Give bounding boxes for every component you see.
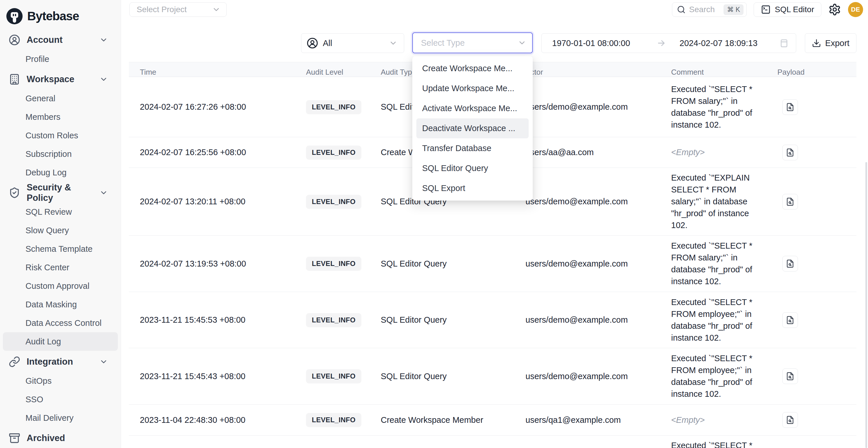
sidebar-item-debug-log[interactable]: Debug Log [0, 163, 121, 182]
level-badge: LEVEL_INFO [306, 100, 361, 114]
dropdown-option-deactivate-workspace[interactable]: Deactivate Workspace ... [416, 118, 529, 138]
sidebar-section-header-archived[interactable]: Archived [0, 428, 121, 448]
column-header-actor: Actor [526, 68, 671, 77]
payload-view-button[interactable] [782, 369, 798, 384]
sidebar-item-data-access-control[interactable]: Data Access Control [0, 314, 121, 332]
audit-time-cell: 2024-02-07 16:27:26 +08:00 [129, 102, 306, 112]
comment-text: Executed `"SELECT * FROM salary;"` in da… [671, 85, 752, 129]
sidebar-item-sql-review[interactable]: SQL Review [0, 202, 121, 221]
actor-filter-select[interactable]: All [301, 33, 404, 53]
sidebar-section-header-security-policy[interactable]: Security & Policy [0, 183, 121, 202]
user-circle-icon [307, 37, 318, 49]
audit-payload-cell [777, 194, 857, 210]
search-icon [677, 5, 686, 14]
audit-actor-cell: users/demo@example.com [526, 372, 671, 381]
sidebar-nav: AccountProfileWorkspaceGeneralMembersCus… [0, 30, 121, 448]
search-placeholder: Search [689, 5, 720, 14]
building-icon [9, 73, 20, 85]
sidebar-item-general[interactable]: General [0, 89, 121, 108]
sidebar-section-workspace: WorkspaceGeneralMembersCustom RolesSubsc… [0, 69, 121, 182]
table-row: 2023-11-04 22:48:30 +08:00LEVEL_INFOCrea… [129, 405, 857, 436]
sidebar-section-header-account[interactable]: Account [0, 30, 121, 50]
sidebar-section-archived: Archived [0, 428, 121, 448]
sidebar-item-data-masking[interactable]: Data Masking [0, 295, 121, 314]
date-range-picker[interactable]: 1970-01-01 08:00:00 2024-02-07 18:09:13 [541, 33, 796, 53]
type-filter-select[interactable]: Select Type [412, 32, 533, 53]
project-select[interactable]: Select Project [129, 2, 227, 17]
table-row: 2023-11-04 21:26:34 +08:00LEVEL_INFOSQL … [129, 436, 857, 448]
comment-text: Executed `"EXPLAIN SELECT * FROM salary;… [671, 173, 750, 230]
sql-editor-button[interactable]: SQL Editor [754, 2, 822, 17]
dropdown-option-activate-workspace-me[interactable]: Activate Workspace Me... [412, 98, 533, 118]
settings-gear-icon[interactable] [828, 3, 841, 16]
sidebar-section-label: Workspace [27, 74, 93, 85]
scrollbar-thumb[interactable] [865, 162, 867, 448]
sidebar-item-subscription[interactable]: Subscription [0, 145, 121, 163]
search-input[interactable]: Search ⌘ K [672, 2, 747, 17]
comment-text: Executed `"SELECT * FROM department;"` i… [671, 441, 752, 448]
sidebar-item-risk-center[interactable]: Risk Center [0, 258, 121, 277]
date-to-value[interactable]: 2024-02-07 18:09:13 [680, 38, 779, 48]
dropdown-option-sql-editor-query[interactable]: SQL Editor Query [412, 158, 533, 178]
brand-logo[interactable]: Bytebase [0, 0, 121, 29]
sidebar-section-header-workspace[interactable]: Workspace [0, 69, 121, 89]
audit-type-cell: Create Workspace Member [381, 415, 526, 425]
level-badge: LEVEL_INFO [306, 313, 361, 327]
dropdown-option-create-workspace-me[interactable]: Create Workspace Me... [412, 59, 533, 78]
audit-level-cell: LEVEL_INFO [306, 146, 381, 159]
sidebar-item-mail-delivery[interactable]: Mail Delivery [0, 409, 121, 427]
sql-editor-label: SQL Editor [775, 5, 814, 14]
audit-time-cell: 2023-11-21 15:45:53 +08:00 [129, 315, 306, 325]
dropdown-option-transfer-database[interactable]: Transfer Database [412, 138, 533, 158]
export-label: Export [825, 38, 849, 48]
empty-comment: <Empty> [671, 148, 705, 157]
level-badge: LEVEL_INFO [306, 257, 361, 270]
payload-view-button[interactable] [782, 412, 798, 428]
audit-payload-cell [777, 312, 857, 328]
sidebar-item-members[interactable]: Members [0, 108, 121, 126]
audit-payload-cell [777, 99, 857, 115]
sidebar-item-custom-roles[interactable]: Custom Roles [0, 126, 121, 145]
sidebar-item-audit-log[interactable]: Audit Log [3, 332, 118, 351]
sidebar-section-security-policy: Security & PolicySQL ReviewSlow QuerySch… [0, 183, 121, 351]
project-select-placeholder: Select Project [137, 5, 212, 14]
sidebar-section-header-integration[interactable]: Integration [0, 352, 121, 372]
audit-comment-cell: <Empty> [671, 142, 777, 162]
audit-comment-cell: Executed `"SELECT * FROM employee;"` in … [671, 292, 777, 348]
audit-actor-cell: users/demo@example.com [526, 197, 671, 206]
payload-view-button[interactable] [782, 99, 798, 115]
payload-view-button[interactable] [782, 312, 798, 328]
comment-text: Executed `"SELECT * FROM salary;"` in da… [671, 241, 752, 286]
sidebar-item-profile[interactable]: Profile [0, 50, 121, 68]
sidebar-item-slow-query[interactable]: Slow Query [0, 221, 121, 239]
audit-payload-cell [777, 256, 857, 271]
export-button[interactable]: Export [805, 33, 857, 53]
file-search-icon [786, 259, 795, 268]
file-search-icon [786, 148, 795, 157]
bytebase-app: Bytebase AccountProfileWorkspaceGeneralM… [0, 0, 868, 448]
sidebar-item-sso[interactable]: SSO [0, 390, 121, 409]
audit-type-cell: SQL Editor Query [381, 315, 526, 325]
table-row: 2023-11-21 15:45:43 +08:00LEVEL_INFOSQL … [129, 348, 857, 405]
audit-level-cell: LEVEL_INFO [306, 100, 381, 114]
sidebar-item-schema-template[interactable]: Schema Template [0, 239, 121, 258]
payload-view-button[interactable] [782, 194, 798, 210]
column-header-audit-level: Audit Level [306, 68, 381, 77]
sidebar-item-custom-approval[interactable]: Custom Approval [0, 277, 121, 295]
date-from-value[interactable]: 1970-01-01 08:00:00 [552, 38, 656, 48]
audit-actor-cell: users/demo@example.com [526, 315, 671, 325]
comment-text: Executed `"SELECT * FROM employee;"` in … [671, 354, 752, 398]
column-header-time: Time [129, 68, 306, 77]
chevron-down-icon [518, 38, 526, 47]
audit-level-cell: LEVEL_INFO [306, 413, 381, 427]
payload-view-button[interactable] [782, 256, 798, 271]
sidebar-item-gitops[interactable]: GitOps [0, 372, 121, 390]
avatar[interactable]: DE [848, 2, 863, 17]
payload-view-button[interactable] [782, 145, 798, 160]
dropdown-option-update-workspace-me[interactable]: Update Workspace Me... [412, 78, 533, 98]
search-shortcut-badge: ⌘ K [723, 4, 744, 15]
dropdown-option-sql-export[interactable]: SQL Export [412, 178, 533, 198]
audit-actor-cell: users/demo@example.com [526, 259, 671, 268]
audit-comment-cell: Executed `"SELECT * FROM department;"` i… [671, 436, 777, 448]
arrow-right-icon [656, 38, 666, 48]
